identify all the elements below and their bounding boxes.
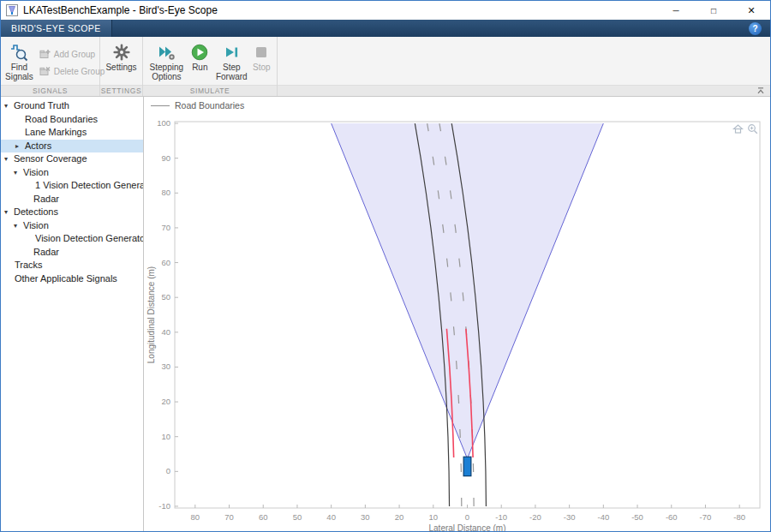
y-tick-label: 30: [161, 362, 170, 371]
tree-item-vision[interactable]: ▾Vision: [1, 219, 143, 233]
tree-item-other-applicable-signals[interactable]: Other Applicable Signals: [1, 272, 143, 286]
legend-label: Road Boundaries: [175, 100, 244, 111]
minimize-button[interactable]: ─: [657, 1, 695, 20]
step-forward-label: Step Forward: [214, 63, 249, 81]
step-forward-button[interactable]: Step Forward: [213, 39, 250, 83]
tree-item-label: Radar: [1, 193, 59, 206]
y-tick-label: 50: [161, 292, 170, 302]
tree-item-radar[interactable]: Radar: [1, 193, 143, 206]
stepping-options-label: Stepping Options: [147, 63, 186, 81]
tree-item-label: Ground Truth: [1, 99, 69, 113]
delete-group-button: Delete Group: [39, 63, 105, 79]
run-label: Run: [192, 63, 207, 73]
plot-legend: Road Boundaries: [151, 99, 244, 112]
tree-item-label: Detections: [1, 206, 58, 219]
section-label-simulate: SIMULATE: [143, 85, 277, 96]
zoom-in-icon[interactable]: [747, 123, 758, 134]
stepping-options-button[interactable]: Stepping Options: [146, 39, 187, 83]
collapse-arrow-icon[interactable]: ▾: [14, 166, 17, 180]
toolstrip-section-settings: Settings SETTINGS: [100, 37, 143, 96]
delete-group-icon: [39, 66, 51, 77]
tree-item-label: Sensor Coverage: [1, 152, 87, 166]
maximize-button[interactable]: □: [695, 1, 732, 20]
tree-item-label: Actors: [1, 140, 51, 153]
help-icon[interactable]: ?: [749, 22, 762, 35]
main-content: ▾Ground TruthRoad BoundariesLane Marking…: [1, 97, 770, 531]
tab-birds-eye-scope[interactable]: BIRD'S-EYE SCOPE: [1, 20, 112, 37]
collapse-arrow-icon[interactable]: ▾: [4, 99, 8, 113]
tree-item-road-boundaries[interactable]: Road Boundaries: [1, 113, 143, 127]
tree-item-label: 1 Vision Detection Generator: [1, 179, 144, 193]
x-tick-label: 10: [429, 512, 439, 522]
x-tick-label: 40: [326, 512, 336, 522]
tree-item-ground-truth[interactable]: ▾Ground Truth: [1, 99, 143, 113]
stop-button: Stop: [250, 39, 273, 75]
x-tick-label: -10: [495, 512, 507, 522]
expand-arrow-icon[interactable]: ▸: [15, 140, 19, 153]
toolstrip-section-simulate: Stepping Options Run: [143, 37, 278, 96]
tree-item-detections[interactable]: ▾Detections: [1, 206, 143, 219]
tree-item-label: Radar: [1, 246, 59, 260]
x-tick-label: 0: [465, 512, 469, 522]
add-group-label: Add Group: [54, 50, 95, 59]
x-tick-label: -70: [700, 512, 712, 522]
find-signals-button[interactable]: Find Signals: [4, 39, 34, 83]
y-tick-label: 70: [161, 223, 170, 232]
collapse-arrow-icon[interactable]: ▾: [4, 152, 8, 166]
step-forward-icon: [223, 41, 240, 63]
tree-item-radar[interactable]: Radar: [1, 246, 143, 260]
toolstrip: Find Signals Add Group: [1, 37, 770, 97]
birds-eye-scope-window: LKATestBenchExample - Bird's-Eye Scope ─…: [0, 0, 771, 532]
tree-item-label: Vision: [1, 166, 49, 180]
x-tick-label: 60: [259, 512, 268, 522]
settings-button[interactable]: Settings: [104, 39, 139, 75]
x-tick-label: -60: [666, 512, 678, 522]
window-title: LKATestBenchExample - Bird's-Eye Scope: [23, 4, 657, 16]
tree-item-label: Vision Detection Generator: [1, 232, 144, 246]
run-icon: [191, 41, 208, 63]
tree-item-label: Other Applicable Signals: [1, 272, 117, 286]
y-tick-label: 10: [161, 432, 170, 441]
toolstrip-section-signals: Find Signals Add Group: [1, 37, 100, 96]
tree-item-sensor-coverage[interactable]: ▾Sensor Coverage: [1, 152, 143, 166]
app-icon: [6, 4, 18, 16]
toolstrip-tabbar: BIRD'S-EYE SCOPE ?: [1, 20, 770, 37]
close-button[interactable]: ✕: [732, 1, 770, 20]
plot-panel: Road Boundaries 80706050403020100-10-20-…: [144, 97, 770, 531]
ego-vehicle: [463, 457, 471, 475]
section-label-settings: SETTINGS: [100, 85, 142, 96]
stepping-options-icon: [157, 41, 176, 63]
tree-item-actors[interactable]: ▸Actors: [1, 140, 143, 153]
x-tick-label: 50: [293, 512, 302, 522]
birds-eye-plot[interactable]: 80706050403020100-10-20-30-40-50-60-70-8…: [144, 97, 770, 531]
tree-item-vision[interactable]: ▾Vision: [1, 166, 143, 180]
tree-item-label: Lane Markings: [1, 126, 87, 140]
collapse-arrow-icon[interactable]: ▾: [4, 206, 8, 219]
titlebar: LKATestBenchExample - Bird's-Eye Scope ─…: [1, 1, 770, 20]
restore-view-icon[interactable]: [732, 123, 744, 134]
tree-item-label: Road Boundaries: [1, 113, 98, 127]
y-tick-label: 20: [161, 397, 170, 406]
x-tick-label: -40: [597, 512, 609, 522]
tree-item-label: Vision: [1, 219, 49, 233]
x-tick-label: 30: [361, 512, 370, 522]
x-tick-label: -80: [733, 512, 745, 522]
tree-item-lane-markings[interactable]: Lane Markings: [1, 126, 143, 140]
tree-item-label: Tracks: [1, 259, 43, 272]
y-tick-label: 40: [161, 327, 170, 337]
add-group-icon: [39, 49, 51, 60]
tree-item-vision-detection-generator[interactable]: Vision Detection Generator: [1, 232, 143, 246]
collapse-arrow-icon[interactable]: ▾: [14, 219, 17, 233]
find-signals-icon: [9, 41, 28, 63]
stop-icon: [253, 41, 270, 63]
legend-line-sample: [151, 105, 170, 106]
run-button[interactable]: Run: [187, 39, 213, 75]
tree-item-tracks[interactable]: Tracks: [1, 259, 143, 272]
find-signals-label: Find Signals: [5, 63, 33, 81]
axes-toolbar: [732, 123, 758, 134]
tree-item-1-vision-detection-generator[interactable]: 1 Vision Detection Generator: [1, 179, 143, 193]
y-tick-label: 80: [161, 188, 170, 197]
delete-group-label: Delete Group: [54, 67, 105, 76]
toolstrip-filler: [278, 37, 770, 96]
x-axis-label: Lateral Distance (m): [428, 523, 505, 531]
